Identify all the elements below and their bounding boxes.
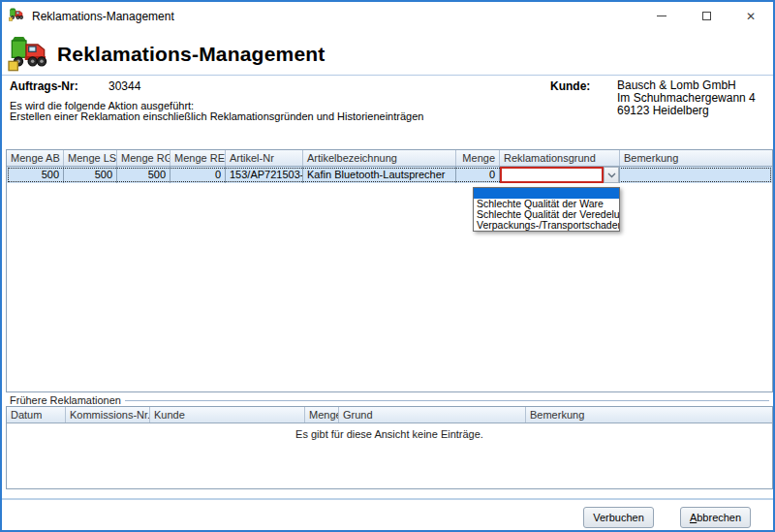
maximize-button[interactable] — [684, 2, 728, 30]
column-header-reklamationsgrund[interactable]: Reklamationsgrund — [500, 150, 620, 166]
column-header-artikelbezeichnung[interactable]: Artikelbezeichnung — [303, 150, 456, 166]
maximize-icon — [702, 12, 711, 20]
column-header-grund[interactable]: Grund — [339, 407, 526, 422]
abbrechen-label-rest: bbrechen — [697, 512, 741, 523]
header-divider — [2, 75, 773, 76]
column-header-menge-ls[interactable]: Menge LS — [64, 150, 117, 166]
cell-bemerkung — [620, 167, 772, 183]
column-header-kommissions-nr[interactable]: Kommissions-Nr. — [66, 407, 150, 422]
dropdown-option-1[interactable]: Schlechte Qualität der Ware — [474, 199, 619, 209]
combobox-dropdown-button[interactable] — [604, 167, 619, 183]
cell-menge-ls: 500 — [64, 167, 117, 183]
cell-menge-re: 0 — [170, 167, 226, 183]
combobox-dropdown-list: Schlechte Qualität der Ware Schlechte Qu… — [473, 187, 620, 232]
truck-icon — [9, 7, 25, 25]
dropdown-option-empty[interactable] — [474, 188, 619, 199]
dropdown-option-2[interactable]: Schlechte Qualität der Veredelung — [474, 209, 619, 220]
items-grid-header: Menge AB Menge LS Menge RG Menge RE Arti… — [7, 150, 772, 167]
column-header-artikel-nr[interactable]: Artikel-Nr — [226, 150, 303, 166]
column-header-hist-menge[interactable]: Menge — [305, 407, 339, 422]
window-title: Reklamations-Management — [32, 10, 174, 23]
cell-artikelbezeichnung: Kafin Bluetooth-Lautsprecher — [303, 167, 456, 183]
truck-icon-large — [8, 33, 52, 76]
items-grid: Menge AB Menge LS Menge RG Menge RE Arti… — [6, 149, 773, 392]
history-grid: Datum Kommissions-Nr. Kunde Menge Grund … — [6, 406, 773, 489]
column-header-menge[interactable]: Menge — [456, 150, 500, 166]
title-bar: Reklamations-Management ✕ — [2, 2, 773, 30]
abbrechen-button[interactable]: Abbrechen — [680, 507, 751, 528]
cell-menge-ab: 500 — [7, 167, 64, 183]
close-icon: ✕ — [746, 11, 756, 22]
minimize-icon — [657, 16, 666, 16]
dropdown-option-3[interactable]: Verpackungs-/Transportschaden — [474, 220, 619, 231]
verbuchen-button[interactable]: Verbuchen — [583, 507, 654, 528]
reklamationsgrund-combobox[interactable] — [500, 167, 619, 183]
history-grid-header: Datum Kommissions-Nr. Kunde Menge Grund … — [7, 407, 772, 423]
item-row-selected[interactable]: 500 500 500 0 153/AP721503-07 Kafin Blue… — [7, 167, 772, 183]
history-group-line — [124, 400, 769, 401]
column-header-datum[interactable]: Datum — [7, 407, 66, 422]
order-number-label: Auftrags-Nr: — [10, 79, 78, 93]
customer-label: Kunde: — [550, 79, 590, 93]
combobox-value-field[interactable] — [500, 167, 604, 183]
column-header-hist-bemerkung[interactable]: Bemerkung — [526, 407, 772, 422]
column-header-kunde[interactable]: Kunde — [150, 407, 305, 422]
cell-reklamationsgrund — [500, 167, 620, 183]
footer-divider — [2, 498, 773, 500]
empty-state-message: Es gibt für diese Ansicht keine Einträge… — [7, 423, 772, 440]
cell-artikel-nr: 153/AP721503-07 — [226, 167, 303, 183]
abbrechen-accesskey: A — [690, 512, 697, 523]
column-header-bemerkung[interactable]: Bemerkung — [620, 150, 772, 166]
action-description-line2: Erstellen einer Reklamation einschließli… — [10, 110, 423, 122]
page-title: Reklamations-Management — [57, 43, 326, 66]
chevron-down-icon — [607, 172, 616, 178]
order-number-value: 30344 — [108, 79, 140, 93]
column-header-menge-ab[interactable]: Menge AB — [7, 150, 64, 166]
customer-address: Bausch & Lomb GmbH Im Schuhmachergewann … — [617, 79, 756, 117]
column-header-menge-rg[interactable]: Menge RG — [117, 150, 170, 166]
window-controls: ✕ — [639, 2, 773, 30]
history-group-label: Frühere Reklamationen — [10, 394, 125, 406]
minimize-button[interactable] — [639, 2, 684, 30]
column-header-menge-re[interactable]: Menge RE — [170, 150, 226, 166]
reklamations-management-window: Reklamations-Management ✕ Reklamations-M… — [0, 0, 775, 532]
cell-menge-rg: 500 — [117, 167, 170, 183]
close-button[interactable]: ✕ — [728, 2, 773, 30]
customer-city: 69123 Heidelberg — [617, 105, 756, 117]
cell-menge: 0 — [456, 167, 500, 183]
